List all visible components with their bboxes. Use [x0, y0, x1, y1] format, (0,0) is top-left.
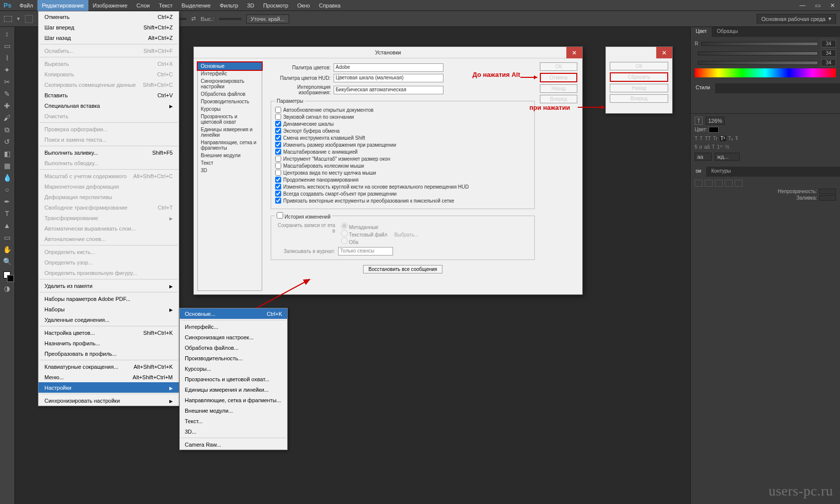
pen-tool-icon[interactable]: ✒: [0, 196, 14, 208]
hue-strip[interactable]: [695, 68, 836, 77]
edit-menu-item[interactable]: Настройки▶: [38, 382, 179, 393]
type-tool-icon[interactable]: T: [0, 208, 14, 220]
tab-swatches[interactable]: Образцы: [712, 27, 743, 37]
prefs-submenu-item[interactable]: Курсоры...: [180, 363, 287, 374]
maximize-button[interactable]: ▭: [810, 1, 825, 10]
lang-select[interactable]: жд...: [715, 153, 740, 161]
prefs-checkbox-row[interactable]: Звуковой сигнал по окончании: [275, 114, 530, 120]
edit-menu-item[interactable]: Автоматически выравнивать слои...: [38, 223, 179, 234]
edit-menu-item[interactable]: Наборы▶: [38, 304, 179, 314]
restore-messages-button[interactable]: Восстановить все сообщения: [363, 265, 443, 273]
prefs-checkbox-row[interactable]: Всегда создавать смарт-объект при размещ…: [275, 191, 530, 197]
prefs-checkbox-row[interactable]: Привязать векторные инструменты и преобр…: [275, 198, 530, 204]
path-select-icon[interactable]: ▲: [0, 220, 14, 232]
prefs-checkbox[interactable]: [275, 128, 281, 134]
menu-window[interactable]: Окно: [293, 0, 315, 11]
zoom-value[interactable]: 126%: [706, 117, 725, 125]
tab-color[interactable]: Цвет: [691, 27, 712, 37]
edit-menu-item[interactable]: Настройка цветов...Shift+Ctrl+K: [38, 327, 179, 338]
edit-menu-item[interactable]: Специальная вставка▶: [38, 100, 179, 111]
cancel-button[interactable]: Отмена: [540, 73, 577, 82]
alt-panel-close[interactable]: ✕: [656, 47, 672, 58]
prefs-checkbox-row[interactable]: Изменить размер изображения при размещен…: [275, 142, 530, 148]
edit-menu-item[interactable]: Шаг впередShift+Ctrl+Z: [38, 22, 179, 32]
edit-menu-item[interactable]: Клавиатурные сокращения...Alt+Shift+Ctrl…: [38, 361, 179, 372]
edit-menu-item[interactable]: Преобразовать в профиль...: [38, 348, 179, 359]
prefs-checkbox[interactable]: [275, 191, 281, 197]
alt-reset-button[interactable]: Сбросить: [610, 72, 668, 82]
edit-menu-item[interactable]: Проверка орфографии...: [38, 124, 179, 134]
menu-view[interactable]: Просмотр: [259, 0, 293, 11]
prefs-checkbox[interactable]: [275, 184, 281, 190]
crop-tool-icon[interactable]: ✂: [0, 76, 14, 88]
edit-menu-item[interactable]: Автоналожение слоев...: [38, 234, 179, 244]
prefs-category-item[interactable]: Внешние модули: [198, 152, 262, 159]
edit-menu-item[interactable]: Масштаб с учетом содержимогоAlt+Shift+Ct…: [38, 171, 179, 181]
history-enable-checkbox[interactable]: [277, 212, 283, 219]
lasso-tool-icon[interactable]: ⌇: [0, 52, 14, 64]
minimize-button[interactable]: —: [795, 1, 810, 10]
move-tool-icon[interactable]: ↕: [0, 28, 14, 40]
edit-menu-item[interactable]: Выполнить заливку...Shift+F5: [38, 147, 179, 158]
edit-menu-item[interactable]: Марионеточная деформация: [38, 181, 179, 192]
alt-ok-button[interactable]: ОК: [610, 62, 668, 70]
edit-menu-item[interactable]: Очистить: [38, 111, 179, 121]
r-slider[interactable]: [701, 42, 818, 46]
prefs-category-item[interactable]: Направляющие, сетка и фрагменты: [198, 139, 262, 152]
ok-button[interactable]: ОК: [540, 62, 577, 71]
b-value[interactable]: 34: [821, 59, 836, 66]
prev-button[interactable]: Назад: [540, 84, 577, 93]
edit-menu-item[interactable]: Выполнить обводку...: [38, 158, 179, 168]
prefs-submenu-item[interactable]: 3D...: [180, 426, 287, 437]
edit-menu-item[interactable]: Трансформирование▶: [38, 213, 179, 223]
close-button[interactable]: ✕: [825, 1, 840, 10]
prefs-checkbox[interactable]: [275, 163, 281, 169]
prefs-checkbox-row[interactable]: Автообновление открытых документов: [275, 107, 530, 113]
prefs-checkbox[interactable]: [275, 135, 281, 141]
prefs-category-item[interactable]: Текст: [198, 159, 262, 167]
prefs-submenu-item[interactable]: Направляющие, сетка и фрагменты...: [180, 395, 287, 405]
prefs-checkbox[interactable]: [275, 142, 281, 148]
prefs-category-item[interactable]: Прозрачность и цветовой охват: [198, 113, 262, 126]
edit-menu-item[interactable]: Деформация перспективы: [38, 192, 179, 202]
eraser-tool-icon[interactable]: ◧: [0, 148, 14, 160]
dialog-close-button[interactable]: ✕: [566, 47, 582, 58]
prefs-submenu-item[interactable]: Текст...: [180, 416, 287, 426]
marquee-tool-icon[interactable]: ▭: [0, 40, 14, 52]
swap-icon[interactable]: ⇄: [191, 15, 196, 22]
prefs-checkbox[interactable]: [275, 107, 281, 113]
edit-menu-item[interactable]: ОтменитьCtrl+Z: [38, 11, 179, 22]
menu-file[interactable]: Файл: [15, 0, 37, 11]
prefs-category-item[interactable]: Курсоры: [198, 105, 262, 113]
edit-menu-item[interactable]: Определить произвольную фигуру...: [38, 267, 179, 278]
g-slider[interactable]: [698, 51, 818, 55]
b-slider[interactable]: [698, 61, 818, 65]
stamp-tool-icon[interactable]: ⧉: [0, 124, 14, 136]
colors-icon[interactable]: [0, 267, 14, 282]
menu-help[interactable]: Справка: [315, 0, 345, 11]
prefs-submenu-item[interactable]: Внешние модули...: [180, 405, 287, 416]
edit-menu-item[interactable]: Синхронизировать настройки▶: [38, 395, 179, 406]
prefs-checkbox-row[interactable]: Продолжение панорамирования: [275, 177, 530, 183]
prefs-category-item[interactable]: 3D: [198, 167, 262, 174]
brush-tool-icon[interactable]: 🖌: [0, 112, 14, 124]
prefs-category-item[interactable]: Единицы измерения и линейки: [198, 126, 262, 139]
edit-menu-item[interactable]: Скопировать совмещенные данныеShift+Ctrl…: [38, 79, 179, 90]
g-value[interactable]: 34: [821, 49, 836, 57]
prefs-submenu-item[interactable]: Прозрачность и цветовой охват...: [180, 374, 287, 384]
edit-menu-item[interactable]: Удаленные соединения...: [38, 314, 179, 325]
edit-menu-item[interactable]: Определить узор...: [38, 257, 179, 267]
shape-tool-icon[interactable]: ▭: [0, 232, 14, 244]
history-brush-icon[interactable]: ↺: [0, 136, 14, 148]
dodge-tool-icon[interactable]: ○: [0, 184, 14, 196]
aa-select[interactable]: aa: [695, 153, 712, 161]
r-value[interactable]: 34: [821, 40, 836, 47]
menu-filter[interactable]: Фильтр: [215, 0, 243, 11]
prefs-category-item[interactable]: Интерфейс: [198, 70, 262, 77]
prefs-submenu-item[interactable]: Интерфейс...: [180, 321, 287, 332]
prefs-checkbox[interactable]: [275, 149, 281, 155]
opacity-input[interactable]: [819, 189, 836, 194]
edit-menu-item[interactable]: КопироватьCtrl+C: [38, 69, 179, 79]
menu-select[interactable]: Выделение: [177, 0, 215, 11]
prefs-checkbox-row[interactable]: Масштабировать колесиком мыши: [275, 163, 530, 169]
